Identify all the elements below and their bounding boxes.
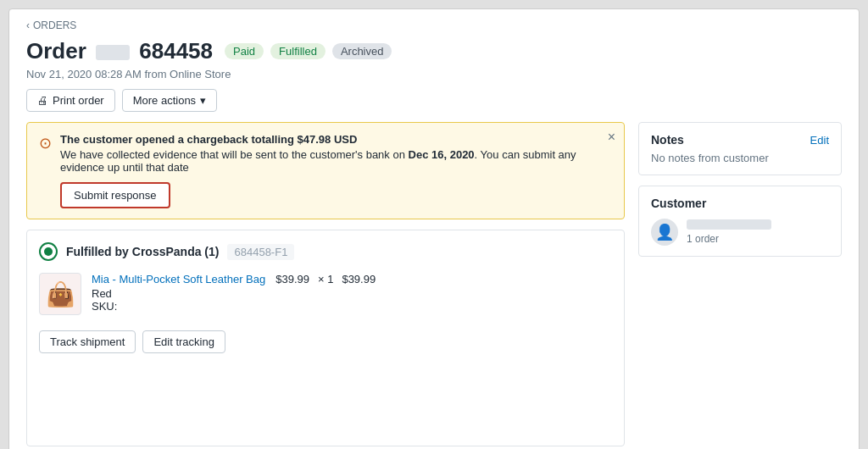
more-actions-button[interactable]: More actions ▾ [122,89,217,112]
order-actions: 🖨 Print order More actions ▾ [26,89,842,112]
breadcrumb: ‹ ORDERS [26,19,842,31]
alert-banner: ⊙ The customer opened a chargeback total… [26,122,625,219]
customer-orders-count: 1 order [687,233,829,245]
breadcrumb-link[interactable]: ORDERS [33,19,76,31]
avatar: 👤 [651,219,678,246]
fulfillment-card: Fulfilled by CrossPanda (1) 684458-F1 👜 … [26,230,625,446]
customer-name-redacted [687,219,771,230]
fulfillment-title: Fulfilled by CrossPanda (1) [66,245,219,258]
notes-title: Notes [651,133,684,147]
fulfillment-actions: Track shipment Edit tracking [39,330,612,353]
fulfilled-check-icon [39,242,58,261]
chevron-down-icon: ▾ [200,94,206,107]
printer-icon: 🖨 [37,94,48,107]
fulfilled-badge: Fulfilled [270,43,326,59]
breadcrumb-chevron: ‹ [26,19,30,31]
customer-title: Customer [651,197,829,210]
item-pricing: $39.99 × 1 $39.99 [275,273,376,285]
customer-info: 👤 1 order [651,219,829,246]
order-meta: Nov 21, 2020 08:28 AM from Online Store [26,68,842,80]
fulfillment-header: Fulfilled by CrossPanda (1) 684458-F1 [39,242,612,261]
archived-badge: Archived [332,43,392,59]
notes-header: Notes Edit [651,133,829,147]
alert-title: The customer opened a chargeback totalli… [60,133,612,146]
item-total: $39.99 [342,273,376,285]
submit-response-button[interactable]: Submit response [60,182,170,208]
bag-icon: 👜 [46,280,75,308]
alert-close-button[interactable]: × [608,130,615,145]
item-variant: Red [92,287,265,300]
notes-content: No notes from customer [651,152,829,164]
edit-tracking-button[interactable]: Edit tracking [142,330,225,353]
item-price: $39.99 [275,273,309,285]
item-details: Mia - Multi-Pocket Soft Leather Bag Red … [92,273,265,313]
paid-badge: Paid [225,43,264,59]
item-quantity: × 1 [318,273,333,285]
customer-card: Customer 👤 1 order [638,186,842,257]
track-shipment-button[interactable]: Track shipment [39,330,136,353]
alert-text: We have collected evidence that will be … [60,148,612,174]
notes-edit-link[interactable]: Edit [810,134,829,147]
badge-container: Paid Fulfilled Archived [225,43,392,59]
notes-card: Notes Edit No notes from customer [638,122,842,175]
order-title: Order 684458 [26,38,213,64]
item-name-link[interactable]: Mia - Multi-Pocket Soft Leather Bag [92,273,265,285]
print-order-button[interactable]: 🖨 Print order [26,89,115,112]
order-item-row: 👜 Mia - Multi-Pocket Soft Leather Bag Re… [39,273,612,327]
item-sku: SKU: [92,300,265,313]
warning-icon: ⊙ [39,134,52,152]
order-header: Order 684458 Paid Fulfilled Archived [26,38,842,64]
fulfillment-id: 684458-F1 [227,244,294,260]
item-image: 👜 [39,273,81,315]
customer-details: 1 order [687,219,829,245]
person-icon: 👤 [655,223,674,241]
